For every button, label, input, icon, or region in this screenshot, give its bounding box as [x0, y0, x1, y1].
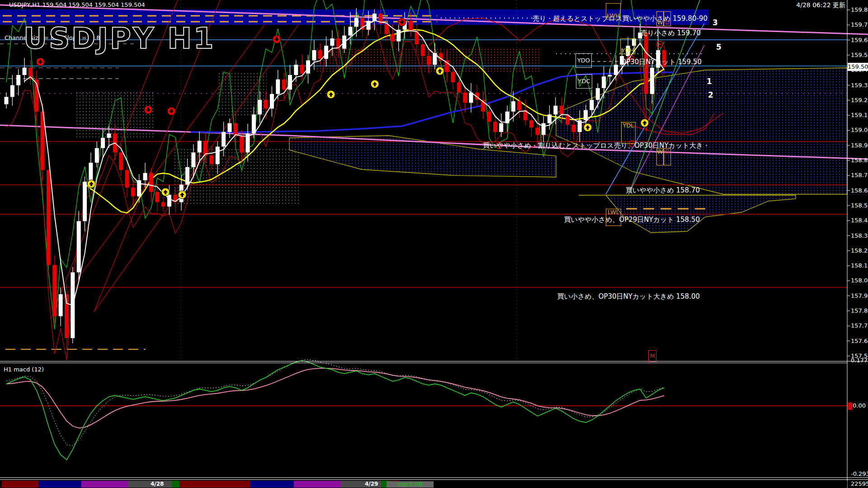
annotation-text: 買いやや小さめ、OP29日NYカット 158.50	[564, 216, 700, 224]
candle-body	[330, 38, 334, 46]
chart-window: USDJPY,H1 159.504 159.504 159.504 159.50…	[0, 0, 868, 488]
session-segment	[128, 481, 172, 488]
price-axis-label: 159.385	[851, 82, 868, 89]
candle-body	[198, 141, 202, 153]
candle-body	[282, 80, 286, 90]
candle-body	[23, 68, 27, 75]
candle-body	[258, 100, 262, 114]
buy-signal-icon	[178, 191, 186, 199]
candle-body	[608, 75, 612, 76]
macd-toggle-button[interactable]: macd ON	[387, 481, 434, 488]
candle-body	[553, 106, 557, 114]
candle-body	[560, 106, 564, 114]
candle-body	[52, 265, 57, 316]
price-axis-label: 159.895	[851, 6, 868, 13]
candle-body	[487, 112, 491, 122]
candle-body	[493, 122, 497, 132]
session-segment	[172, 481, 179, 488]
candle-body	[300, 65, 304, 73]
price-axis-label: 159.795	[851, 21, 868, 28]
session-segment	[2, 481, 38, 488]
buy-signal-icon	[87, 180, 95, 188]
price-axis-label: 158.660	[851, 187, 868, 194]
level-box-lwl[interactable]: LWL	[606, 209, 621, 226]
level-box-ydl[interactable]: YDL	[621, 122, 636, 144]
candle-body	[584, 110, 588, 121]
candle-body	[209, 155, 213, 164]
trendline-number-label: 1	[707, 77, 712, 86]
candle-body	[167, 195, 171, 206]
candle-body	[276, 80, 280, 94]
sell-signal-icon	[36, 58, 44, 66]
level-box-w[interactable]: W	[656, 11, 664, 26]
candle-body	[131, 188, 135, 196]
candle-body	[119, 152, 123, 170]
session-segment	[250, 481, 294, 488]
level-box-label: LWL	[608, 209, 619, 216]
annotation-text: 買い小さめ、OP30日NYカット大きめ 158.00	[557, 292, 700, 301]
session-timeline: 4/284/29macd ON	[0, 481, 847, 488]
level-box-ydc[interactable]: YDC	[576, 74, 592, 89]
candle-body	[427, 56, 431, 65]
candle-body	[149, 173, 153, 192]
candle-body	[451, 72, 455, 82]
candle-body	[59, 294, 63, 316]
annotation-text: 売り小さめ 159.70	[641, 29, 701, 38]
sell-signal-icon	[144, 106, 152, 114]
candle-body	[240, 136, 244, 153]
candle-body	[216, 146, 220, 164]
sell-signal-icon	[398, 18, 406, 26]
candle-body	[391, 34, 395, 41]
candle-body	[47, 170, 51, 265]
price-axis-label: 158.250	[851, 247, 868, 254]
current-price-tag: 159.504	[848, 63, 868, 71]
price-axis-label: 159.690	[851, 37, 868, 43]
candle-body	[83, 182, 87, 221]
candle-body	[511, 101, 515, 112]
buy-signal-icon	[584, 123, 592, 131]
trendline-number-label: 3	[712, 18, 718, 27]
price-axis-label: 158.870	[851, 157, 868, 164]
candle-body	[161, 202, 165, 206]
price-axis-label: 157.635	[851, 338, 868, 344]
candle-body	[517, 101, 521, 110]
price-axis-label: 158.970	[851, 142, 868, 149]
level-box-m[interactable]: M	[648, 350, 656, 362]
candle-body	[596, 88, 600, 100]
level-box-lwh[interactable]: LWH	[606, 3, 621, 19]
price-axis-label: 159.280	[851, 97, 868, 103]
candle-body	[125, 170, 129, 188]
level-box-ydo[interactable]: YDO	[576, 53, 592, 68]
candle-body	[101, 138, 105, 148]
candle-body	[10, 85, 14, 97]
candle-body	[89, 163, 93, 182]
chart-watermark: USDJPY H1	[24, 22, 216, 55]
candle-body	[185, 167, 189, 185]
red-envelope-line	[6, 23, 664, 360]
macd-dotted-line	[6, 360, 664, 446]
candle-body	[367, 21, 371, 29]
candle-body	[457, 82, 461, 93]
buy-signal-icon	[327, 90, 335, 99]
level-box-label: YDH	[622, 47, 634, 54]
sell-signal-icon	[273, 35, 281, 43]
candle-body	[155, 192, 159, 202]
level-box-label: YDL	[623, 122, 634, 129]
session-segment	[81, 481, 128, 488]
level-box-w[interactable]: W	[656, 148, 664, 165]
level-box-ydh[interactable]: YDH	[620, 38, 635, 54]
chart-canvas[interactable]	[0, 0, 868, 488]
price-axis-label: 158.355	[851, 232, 868, 239]
trendline-number-label: 2	[708, 90, 713, 99]
candle-body	[385, 24, 389, 34]
level-box-d[interactable]: D	[664, 148, 671, 165]
candle-body	[409, 21, 413, 31]
level-box-d[interactable]: D	[664, 11, 671, 26]
price-axis-label: 157.840	[851, 307, 868, 314]
candle-body	[547, 114, 552, 123]
macd-main-line	[6, 361, 664, 460]
level-box-label: D	[665, 19, 670, 26]
candle-body	[294, 65, 298, 75]
candle-body	[107, 133, 111, 138]
price-axis-label: 158.765	[851, 172, 868, 178]
